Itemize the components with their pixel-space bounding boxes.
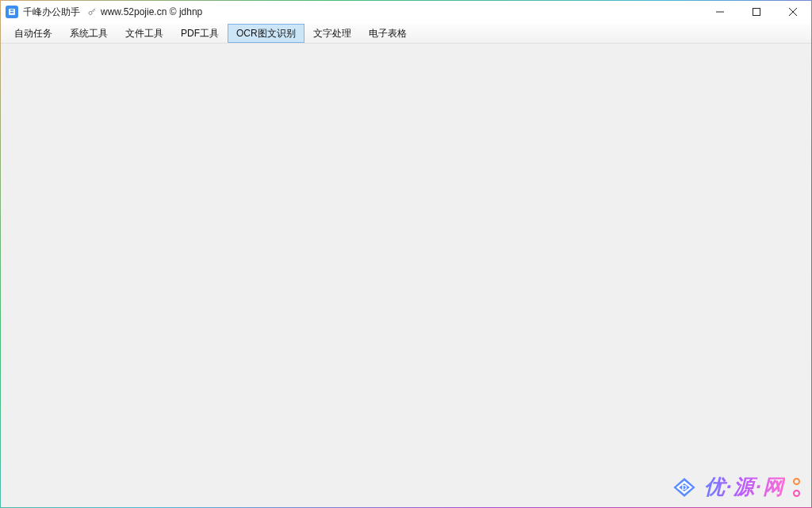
watermark-logo-icon: D — [671, 474, 698, 501]
svg-rect-5 — [753, 9, 760, 16]
watermark: D 优·源·网 — [671, 473, 800, 501]
menu-pdf-tools[interactable]: PDF工具 — [172, 24, 228, 43]
svg-rect-1 — [10, 10, 13, 11]
svg-text:D: D — [681, 483, 687, 491]
menu-file-tools[interactable]: 文件工具 — [117, 24, 172, 43]
app-title: 千峰办公助手 — [23, 6, 80, 19]
window-controls — [702, 1, 811, 23]
menu-spreadsheet[interactable]: 电子表格 — [360, 24, 416, 43]
app-icon — [6, 6, 18, 18]
titlebar: 千峰办公助手 www.52pojie.cn © jdhnp — [1, 1, 811, 23]
menu-auto-tasks[interactable]: 自动任务 — [6, 24, 61, 43]
app-window: 千峰办公助手 www.52pojie.cn © jdhnp 自动任务 系统工具 … — [0, 0, 812, 508]
menu-text-processing[interactable]: 文字处理 — [304, 24, 360, 43]
close-button[interactable] — [775, 1, 811, 23]
svg-point-3 — [89, 12, 92, 15]
minimize-button[interactable] — [702, 1, 738, 23]
menu-system-tools[interactable]: 系统工具 — [61, 24, 117, 43]
key-icon — [86, 6, 98, 17]
content-area: D 优·源·网 — [1, 44, 811, 507]
watermark-dots-icon — [793, 478, 800, 497]
svg-rect-2 — [10, 12, 13, 13]
menubar: 自动任务 系统工具 文件工具 PDF工具 OCR图文识别 文字处理 电子表格 — [1, 23, 811, 44]
maximize-button[interactable] — [738, 1, 775, 23]
watermark-text: 优·源·网 — [704, 473, 785, 501]
menu-ocr[interactable]: OCR图文识别 — [228, 24, 304, 43]
app-subtitle: www.52pojie.cn © jdhnp — [101, 6, 202, 17]
